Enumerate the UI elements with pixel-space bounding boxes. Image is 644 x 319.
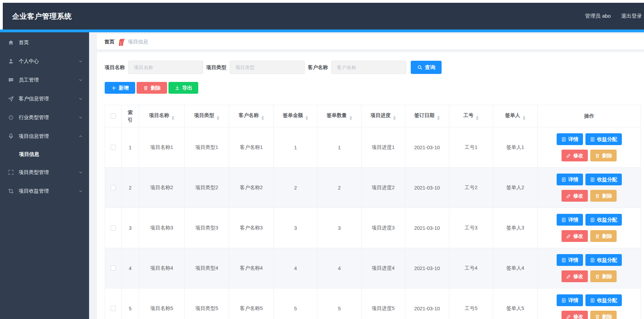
- sidebar-item-profile[interactable]: 个人中心: [0, 52, 89, 70]
- cell-quantity: 5: [317, 288, 362, 319]
- column-header: 项目名称: [139, 105, 185, 127]
- document-icon: [590, 177, 595, 182]
- sort-caret-icon[interactable]: [217, 116, 219, 120]
- cell-actions: 详情收益分配修改删除: [538, 288, 641, 319]
- sort-caret-icon[interactable]: [476, 116, 479, 120]
- row-checkbox[interactable]: [111, 266, 116, 271]
- edit-button[interactable]: 修改: [562, 230, 588, 242]
- document-icon: [590, 217, 595, 223]
- column-header: 签订日期: [405, 105, 449, 127]
- export-button[interactable]: 导出: [168, 82, 198, 94]
- power-icon: [7, 114, 14, 121]
- row-checkbox[interactable]: [111, 145, 116, 150]
- sort-caret-icon[interactable]: [261, 116, 264, 120]
- action-label: 删除: [602, 193, 612, 199]
- pen-icon: [566, 193, 571, 199]
- edit-button[interactable]: 修改: [562, 190, 588, 202]
- chevron-down-icon: [78, 189, 83, 193]
- cell-type: 项目类型5: [185, 288, 229, 319]
- project-name-input[interactable]: [128, 61, 203, 74]
- sidebar-item-customer-info-mgmt[interactable]: 客户信息管理: [0, 89, 89, 108]
- pen-icon: [566, 314, 571, 319]
- add-button[interactable]: 新增: [105, 82, 135, 94]
- sidebar-item-project-type-mgmt[interactable]: 项目类型管理: [0, 163, 89, 182]
- action-label: 删除: [602, 273, 612, 280]
- cell-index: 2: [122, 168, 139, 208]
- action-label: 详情: [568, 176, 578, 183]
- sort-caret-icon[interactable]: [349, 116, 352, 120]
- cell-actions: 详情收益分配修改删除: [538, 168, 641, 208]
- search-icon: [417, 65, 423, 70]
- cell-type: 项目类型2: [185, 168, 229, 208]
- plus-icon: [111, 85, 116, 91]
- column-header-label: 签单金额: [283, 112, 303, 118]
- sort-caret-icon[interactable]: [305, 116, 308, 120]
- sidebar-item-industry-type-mgmt[interactable]: 行业类型管理: [0, 108, 89, 127]
- detail-button[interactable]: 详情: [557, 294, 583, 306]
- sort-caret-icon[interactable]: [523, 116, 525, 120]
- cell-name: 项目名称1: [139, 127, 185, 168]
- cell-customer: 客户名称5: [229, 288, 274, 319]
- delete-button[interactable]: 删除: [137, 82, 167, 94]
- delete-button[interactable]: 删除: [590, 270, 617, 282]
- column-header-label: 工号: [463, 112, 473, 118]
- delete-button[interactable]: 删除: [590, 311, 617, 319]
- edit-button[interactable]: 修改: [562, 150, 588, 161]
- sidebar-item-label: 员工管理: [19, 77, 39, 83]
- column-header: 操作: [538, 105, 641, 127]
- customer-name-input[interactable]: [331, 61, 406, 74]
- sidebar-item-label: 项目信息管理: [19, 133, 49, 140]
- sort-caret-icon[interactable]: [393, 116, 396, 120]
- pen-icon: [566, 274, 571, 279]
- breadcrumb-home[interactable]: 首页: [104, 39, 114, 45]
- pen-icon: [566, 234, 571, 239]
- select-all-checkbox[interactable]: [111, 114, 116, 119]
- sort-caret-icon[interactable]: [437, 116, 440, 120]
- sidebar-item-project-info-mgmt[interactable]: 项目信息管理: [0, 127, 89, 145]
- sort-caret-icon[interactable]: [172, 116, 174, 120]
- sidebar-item-home[interactable]: 首页: [0, 33, 89, 52]
- delete-button[interactable]: 删除: [590, 190, 617, 202]
- sidebar-subitem-project-info[interactable]: 项目信息: [0, 145, 89, 163]
- table-row: 3项目名称3项目类型3客户名称333项目进度32021-03-10工号3签单人3…: [105, 208, 641, 248]
- current-user[interactable]: 管理员 abo: [585, 13, 611, 19]
- delete-button[interactable]: 删除: [590, 230, 617, 242]
- detail-button[interactable]: 详情: [557, 214, 583, 226]
- breadcrumb-separator-icon: fff: [119, 38, 123, 46]
- download-icon: [175, 85, 180, 91]
- cell-signer: 签单人5: [493, 288, 538, 319]
- detail-button[interactable]: 详情: [557, 133, 583, 145]
- sidebar-item-project-profit-mgmt[interactable]: 项目收益管理: [0, 182, 89, 200]
- pen-icon: [566, 153, 571, 158]
- row-checkbox[interactable]: [111, 225, 116, 230]
- detail-button[interactable]: 详情: [557, 254, 583, 266]
- row-checkbox[interactable]: [111, 185, 116, 190]
- profit-allocation-button[interactable]: 收益分配: [585, 174, 622, 185]
- profit-allocation-button[interactable]: 收益分配: [585, 214, 622, 226]
- cell-select: [105, 208, 122, 248]
- delete-button[interactable]: 删除: [590, 150, 617, 161]
- column-header-label: 签单人: [505, 112, 520, 118]
- action-label: 收益分配: [597, 297, 617, 304]
- cell-worker: 工号3: [449, 208, 493, 248]
- search-button[interactable]: 查询: [411, 61, 442, 74]
- profit-allocation-button[interactable]: 收益分配: [585, 254, 622, 266]
- logout-link[interactable]: 退出登录: [621, 13, 642, 19]
- profit-allocation-button[interactable]: 收益分配: [585, 294, 622, 306]
- cell-index: 5: [122, 288, 139, 319]
- column-header-select: [105, 105, 122, 127]
- project-name-label: 项目名称: [105, 64, 125, 71]
- profit-allocation-button[interactable]: 收益分配: [585, 133, 622, 145]
- action-label: 修改: [573, 273, 583, 280]
- column-header-label: 项目进度: [371, 112, 391, 118]
- cell-signer: 签单人4: [493, 248, 538, 288]
- edit-button[interactable]: 修改: [562, 311, 588, 319]
- cell-customer: 客户名称3: [229, 208, 274, 248]
- project-type-input[interactable]: [230, 61, 305, 74]
- sidebar-item-employee-mgmt[interactable]: 员工管理: [0, 70, 89, 89]
- edit-button[interactable]: 修改: [562, 270, 588, 282]
- row-checkbox[interactable]: [111, 306, 116, 311]
- breadcrumb-current: 项目信息: [128, 39, 148, 45]
- trash-icon: [595, 193, 600, 199]
- detail-button[interactable]: 详情: [557, 174, 583, 185]
